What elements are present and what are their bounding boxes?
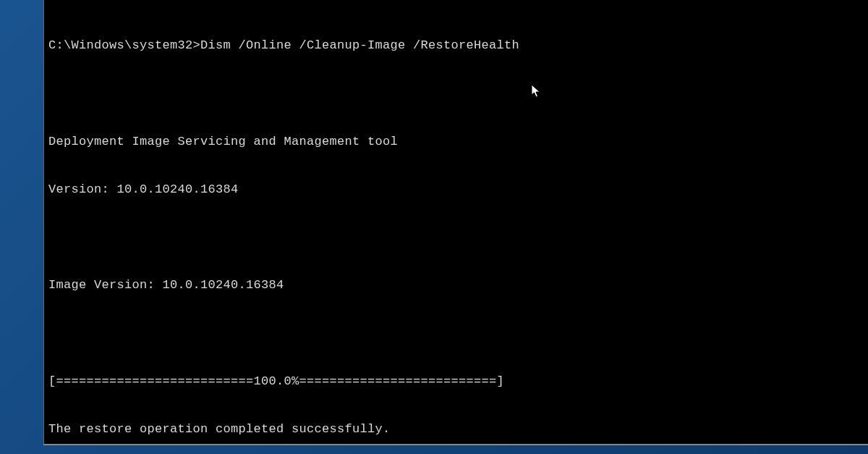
version-line: Version: 10.0.10240.16384 <box>48 182 864 198</box>
command-line: C:\Windows\system32>Dism /Online /Cleanu… <box>48 38 864 54</box>
tool-name-line: Deployment Image Servicing and Managemen… <box>48 134 864 150</box>
image-version-line: Image Version: 10.0.10240.16384 <box>48 277 864 293</box>
prompt-text: C:\Windows\system32> <box>48 38 200 52</box>
restore-success-line: The restore operation completed successf… <box>48 421 864 437</box>
command-prompt-window[interactable]: C:\Windows\system32>Dism /Online /Cleanu… <box>43 0 868 445</box>
command-text: Dism /Online /Cleanup-Image /RestoreHeal… <box>200 38 519 52</box>
blank-line <box>48 230 864 245</box>
blank-line <box>48 326 864 342</box>
blank-line <box>48 85 864 101</box>
terminal-output[interactable]: C:\Windows\system32>Dism /Online /Cleanu… <box>44 0 868 454</box>
progress-bar-line: [==========================100.0%=======… <box>48 374 864 390</box>
window-border <box>43 444 868 445</box>
